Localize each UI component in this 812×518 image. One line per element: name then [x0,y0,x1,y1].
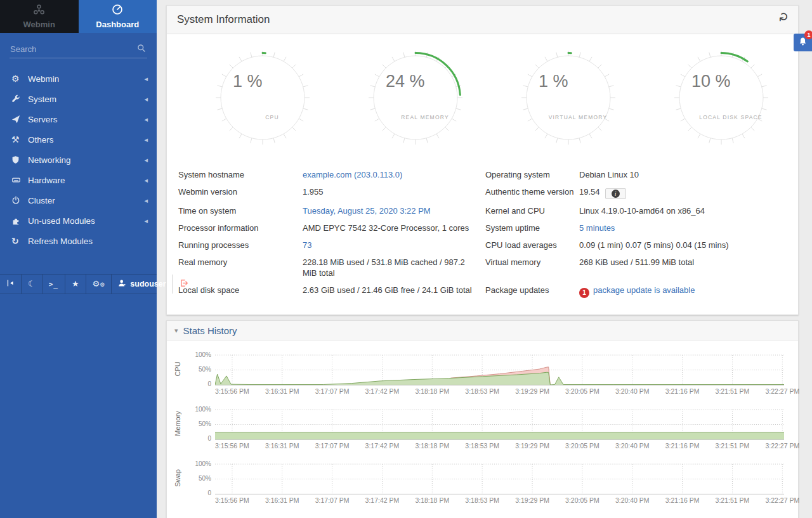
info-value-cell: 268 KiB used / 511.99 MiB total [579,254,787,282]
svg-text:10 %: 10 % [691,72,731,91]
theme-info-button[interactable]: i [605,188,626,199]
info-value-link[interactable]: 5 minutes [579,223,615,233]
info-value-link[interactable]: 73 [303,240,311,250]
chart-y-labels: 100%50%0 [188,461,215,495]
collapse-sidebar-button[interactable] [0,275,22,294]
stats-history-header[interactable]: ▾ Stats History [167,321,798,340]
sidebar-item-label: Networking [28,155,144,165]
info-value-link[interactable]: package update is available [593,285,695,295]
chevron-left-icon: ◂ [144,197,148,205]
sidebar-tabs: Webmin Dashboard [0,0,157,33]
info-value: 0.09 (1 min) 0.07 (5 mins) 0.04 (15 mins… [579,240,729,250]
sidebar-item-label: Un-used Modules [28,216,144,226]
x-tick-label: 3:18:53 PM [465,442,499,450]
sidebar-item-un-used-modules[interactable]: Un-used Modules◂ [0,210,157,231]
terminal-button[interactable]: >_ [43,275,65,294]
chevron-left-icon: ◂ [144,176,148,185]
info-value: 1.955 [303,187,324,197]
x-tick-label: 3:15:56 PM [215,442,249,450]
info-value-link[interactable]: Tuesday, August 25, 2020 3:22 PM [303,206,431,216]
info-value: 2.63 GiB used / 21.46 GiB free / 24.1 Gi… [303,285,472,295]
chevron-left-icon: ◂ [144,217,148,225]
gears-icon: ⚙⚙ [93,280,105,288]
gauge-icon [112,4,123,18]
notifications-bell-button[interactable]: 1 [794,34,812,51]
favorites-button[interactable]: ★ [65,275,86,294]
x-tick-label: 3:17:42 PM [365,442,400,450]
info-value: 19.54 [579,187,600,197]
chevron-left-icon: ◂ [144,115,148,124]
chevron-left-icon: ◂ [144,75,148,83]
sidebar-item-webmin[interactable]: ⚙Webmin◂ [0,68,157,89]
gavel-icon: ⚒ [11,135,28,144]
refresh-icon[interactable]: ↺ [778,12,790,22]
search-input[interactable] [10,42,147,58]
chevron-left-icon: ◂ [144,95,148,103]
chart-cpu: CPU100%50%03:15:56 PM3:16:31 PM3:17:07 P… [167,352,784,396]
main-content: 1 System Information ↺ 1 %CPU24 %REAL ME… [157,0,812,518]
chart-axis-title: Memory [167,406,188,440]
sidebar-toolbar: ☾>_★⚙⚙sudouser [0,274,157,294]
info-value-link[interactable]: example.com (203.0.113.0) [303,170,402,179]
x-tick-label: 3:19:29 PM [515,496,549,504]
stats-history-title: Stats History [183,325,237,336]
info-value-cell: 5 minutes [579,219,787,236]
collapse-icon [6,279,15,289]
tab-webmin-label: Webmin [23,20,55,29]
logout-button[interactable] [173,275,195,294]
wrench-icon [11,94,28,103]
sidebar-item-others[interactable]: ⚒Others◂ [0,129,157,150]
chevron-left-icon: ◂ [144,136,148,144]
system-information-header: System Information ↺ [167,6,798,34]
sidebar-item-system[interactable]: System◂ [0,89,157,109]
x-tick-label: 3:20:40 PM [615,387,650,395]
info-label: Processor information [178,219,303,236]
x-tick-label: 3:20:05 PM [565,442,599,450]
info-label: Kernel and CPU [485,202,579,219]
sidebar-item-label: Cluster [28,196,144,205]
chart-memory: Memory100%50%03:15:56 PM3:16:31 PM3:17:0… [167,406,784,451]
x-tick-label: 3:18:18 PM [415,387,449,395]
chart-axis-title: Swap [167,461,188,495]
tab-webmin[interactable]: Webmin [0,0,79,33]
tab-dashboard-label: Dashboard [96,20,139,29]
info-label: Virtual memory [485,254,579,282]
chart-x-labels: 3:15:56 PM3:16:31 PM3:17:07 PM3:17:42 PM… [215,495,784,505]
power-icon [11,196,28,205]
x-tick-label: 3:19:29 PM [515,442,549,450]
x-tick-label: 3:19:29 PM [515,387,549,395]
sidebar-search [0,33,157,65]
sidebar-item-label: Hardware [28,176,144,185]
info-label: System uptime [485,219,579,236]
sidebar-item-hardware[interactable]: Hardware◂ [0,170,157,190]
sidebar-item-networking[interactable]: Networking◂ [0,150,157,170]
info-value: 268 KiB used / 511.99 MiB total [579,257,694,267]
info-label: Local disk space [178,282,303,301]
sidebar-item-refresh-modules[interactable]: ↻Refresh Modules [0,231,157,251]
x-tick-label: 3:17:07 PM [315,442,350,450]
svg-text:VIRTUAL MEMORY: VIRTUAL MEMORY [549,114,608,120]
gear-icon: ⚙ [11,74,28,83]
svg-text:LOCAL DISK SPACE: LOCAL DISK SPACE [700,114,763,120]
chart-x-labels: 3:15:56 PM3:16:31 PM3:17:07 PM3:17:42 PM… [215,440,784,451]
username-label: sudouser [130,280,166,288]
gauge-real-memory: 24 %REAL MEMORY [339,47,492,148]
info-value-cell: 1package update is available [579,282,787,301]
x-tick-label: 3:22:27 PM [765,442,799,450]
webmin-logo-icon [33,4,45,18]
info-label: System hostname [178,166,303,183]
user-button[interactable]: sudouser [112,275,173,294]
sidebar-item-label: Webmin [28,74,144,84]
settings-button[interactable]: ⚙⚙ [86,275,112,294]
night-mode-button[interactable]: ☾ [22,275,43,294]
gauge-virtual-memory: 1 %VIRTUAL MEMORY [492,47,645,148]
sidebar-item-servers[interactable]: Servers◂ [0,109,157,129]
sidebar-item-cluster[interactable]: Cluster◂ [0,190,157,210]
chart-y-labels: 100%50%0 [188,406,215,440]
stats-history-card: ▾ Stats History CPU100%50%03:15:56 PM3:1… [166,320,799,518]
shield-icon [11,155,28,164]
info-value: AMD EPYC 7542 32-Core Processor, 1 cores [303,223,469,233]
tab-dashboard[interactable]: Dashboard [79,0,157,33]
info-value-cell: Debian Linux 10 [579,166,787,183]
x-tick-label: 3:17:07 PM [315,387,350,395]
